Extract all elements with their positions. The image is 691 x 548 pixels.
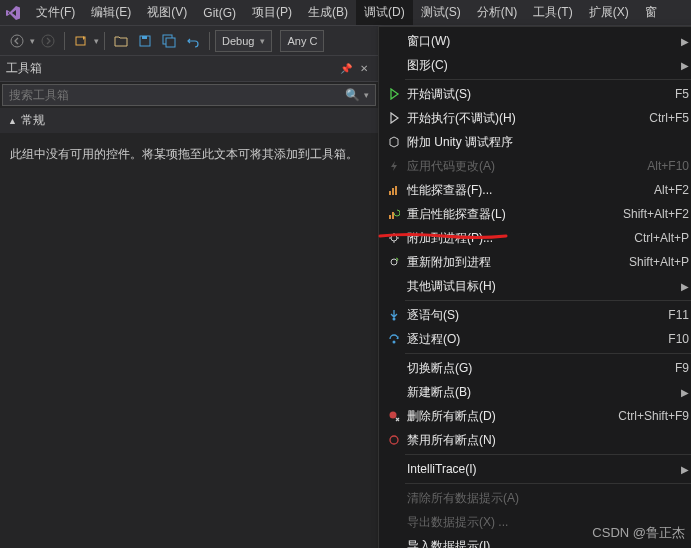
toolbox-search[interactable]: 🔍 ▾ xyxy=(2,84,376,106)
lightning-icon xyxy=(383,160,405,172)
profiler-reload-icon xyxy=(383,208,405,220)
menu-test[interactable]: 测试(S) xyxy=(413,0,469,25)
menu-other-targets[interactable]: 其他调试目标(H)▶ xyxy=(379,274,691,298)
delete-bp-icon xyxy=(383,410,405,422)
svg-point-15 xyxy=(393,341,396,344)
toolbox-title: 工具箱 xyxy=(6,60,336,77)
svg-point-0 xyxy=(11,35,23,47)
search-icon: 🔍 xyxy=(345,88,360,102)
menu-bar: 文件(F) 编辑(E) 视图(V) Git(G) 项目(P) 生成(B) 调试(… xyxy=(0,0,691,26)
play-icon xyxy=(383,88,405,100)
unity-icon xyxy=(383,136,405,148)
open-file-button[interactable] xyxy=(110,30,132,52)
svg-point-1 xyxy=(42,35,54,47)
menu-analyze[interactable]: 分析(N) xyxy=(469,0,526,25)
config-dropdown[interactable]: Debug▾ xyxy=(215,30,272,52)
undo-button[interactable] xyxy=(182,30,204,52)
menu-step-into[interactable]: 逐语句(S)F11 xyxy=(379,303,691,327)
chevron-right-icon: ▶ xyxy=(681,387,689,398)
menu-file[interactable]: 文件(F) xyxy=(28,0,83,25)
svg-point-16 xyxy=(390,412,397,419)
menu-relaunch-profiler[interactable]: 重启性能探查器(L)Shift+Alt+F2 xyxy=(379,202,691,226)
annotation-underline xyxy=(378,232,498,236)
menu-attach-unity[interactable]: 附加 Unity 调试程序 xyxy=(379,130,691,154)
svg-point-13 xyxy=(391,259,397,265)
menu-git[interactable]: Git(G) xyxy=(195,2,244,24)
step-over-icon xyxy=(383,333,405,345)
menu-view[interactable]: 视图(V) xyxy=(139,0,195,25)
chevron-down-icon: ▾ xyxy=(364,90,369,100)
pin-icon[interactable]: 📌 xyxy=(338,61,354,77)
menu-reattach[interactable]: 重新附加到进程Shift+Alt+P xyxy=(379,250,691,274)
menu-disable-all-bp[interactable]: 禁用所有断点(N) xyxy=(379,428,691,452)
chevron-right-icon: ▶ xyxy=(681,36,689,47)
vs-logo-icon xyxy=(2,2,24,24)
watermark: CSDN @鲁正杰 xyxy=(592,524,685,542)
debug-dropdown-menu: 窗口(W)▶ 图形(C)▶ 开始调试(S)F5 开始执行(不调试)(H)Ctrl… xyxy=(378,26,691,548)
chevron-down-icon: ▾ xyxy=(94,36,99,46)
menu-toggle-bp[interactable]: 切换断点(G)F9 xyxy=(379,356,691,380)
svg-point-17 xyxy=(390,436,398,444)
toolbox-panel: 工具箱 📌 ✕ 🔍 ▾ ▲ 常规 此组中没有可用的控件。将某项拖至此文本可将其添… xyxy=(0,56,378,548)
svg-point-14 xyxy=(393,318,396,321)
menu-start-debug[interactable]: 开始调试(S)F5 xyxy=(379,82,691,106)
menu-delete-all-bp[interactable]: 删除所有断点(D)Ctrl+Shift+F9 xyxy=(379,404,691,428)
close-icon[interactable]: ✕ xyxy=(356,61,372,77)
menu-clear-datatips: 清除所有数据提示(A) xyxy=(379,486,691,510)
step-into-icon xyxy=(383,309,405,321)
chevron-right-icon: ▶ xyxy=(681,60,689,71)
search-input[interactable] xyxy=(9,88,345,102)
svg-rect-6 xyxy=(166,38,175,47)
save-button[interactable] xyxy=(134,30,156,52)
chevron-down-icon: ▾ xyxy=(260,36,265,46)
menu-new-bp[interactable]: 新建断点(B)▶ xyxy=(379,380,691,404)
menu-edit[interactable]: 编辑(E) xyxy=(83,0,139,25)
platform-dropdown[interactable]: Any C xyxy=(280,30,324,52)
expand-icon: ▲ xyxy=(8,116,17,126)
profiler-icon xyxy=(383,184,405,196)
svg-rect-10 xyxy=(389,215,391,219)
new-project-button[interactable] xyxy=(70,30,92,52)
menu-windows[interactable]: 窗口(W)▶ xyxy=(379,29,691,53)
svg-rect-4 xyxy=(142,36,147,39)
reattach-icon xyxy=(383,256,405,268)
toolbox-section-general[interactable]: ▲ 常规 xyxy=(0,108,378,133)
play-outline-icon xyxy=(383,112,405,124)
svg-rect-8 xyxy=(392,188,394,195)
nav-back-button[interactable] xyxy=(6,30,28,52)
svg-rect-7 xyxy=(389,191,391,195)
chevron-right-icon: ▶ xyxy=(681,281,689,292)
save-all-button[interactable] xyxy=(158,30,180,52)
chevron-down-icon: ▾ xyxy=(30,36,35,46)
menu-step-over[interactable]: 逐过程(O)F10 xyxy=(379,327,691,351)
menu-graphics[interactable]: 图形(C)▶ xyxy=(379,53,691,77)
disable-bp-icon xyxy=(383,434,405,446)
menu-perf-profiler[interactable]: 性能探查器(F)...Alt+F2 xyxy=(379,178,691,202)
menu-build[interactable]: 生成(B) xyxy=(300,0,356,25)
menu-project[interactable]: 项目(P) xyxy=(244,0,300,25)
nav-fwd-button[interactable] xyxy=(37,30,59,52)
menu-window-cut[interactable]: 窗 xyxy=(637,0,665,25)
chevron-right-icon: ▶ xyxy=(681,464,689,475)
menu-extensions[interactable]: 扩展(X) xyxy=(581,0,637,25)
menu-start-no-debug[interactable]: 开始执行(不调试)(H)Ctrl+F5 xyxy=(379,106,691,130)
toolbox-empty-text: 此组中没有可用的控件。将某项拖至此文本可将其添加到工具箱。 xyxy=(0,133,378,175)
menu-tools[interactable]: 工具(T) xyxy=(525,0,580,25)
menu-intellitrace[interactable]: IntelliTrace(I)▶ xyxy=(379,457,691,481)
menu-apply-code-changes: 应用代码更改(A)Alt+F10 xyxy=(379,154,691,178)
menu-debug[interactable]: 调试(D) xyxy=(356,0,413,25)
svg-rect-9 xyxy=(395,186,397,195)
